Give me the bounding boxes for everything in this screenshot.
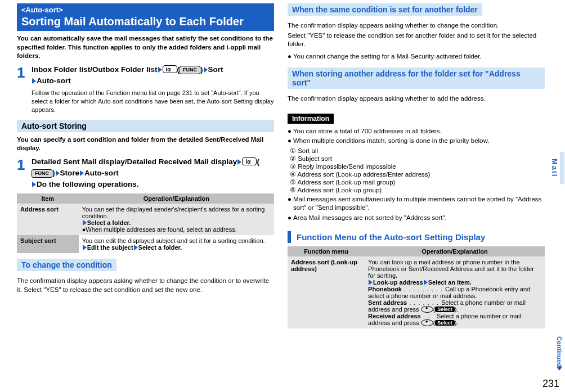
leader-dots: . . . <box>421 313 437 319</box>
item-cell: Address sort (Look-up address) <box>288 256 365 328</box>
list-item: ③ Reply impossible/Send impossible <box>290 163 545 170</box>
text: Address sort (Look-up mail group) <box>298 179 396 186</box>
step-body: Inbox Folder list/Outbox Folder list(FUN… <box>32 64 274 114</box>
arrow-icon <box>32 182 36 187</box>
same-body-2: Select "YES" to release the condition se… <box>288 31 545 49</box>
step-number: 1 <box>17 156 32 191</box>
text: Area Mail messages are not sorted by "Ad… <box>293 214 447 223</box>
text: Address sort (Look-up address/Enter addr… <box>298 171 431 178</box>
step-number: 1 <box>17 64 32 114</box>
bullet-dot: ● <box>288 137 293 146</box>
text: You can set the displayed sender's/recip… <box>82 206 265 219</box>
list-item: ② Subject sort <box>290 155 545 163</box>
arrow-icon <box>83 245 87 250</box>
circled-number-icon: ③ <box>290 163 296 170</box>
arrow-icon <box>424 280 428 285</box>
label: Phonebook <box>368 286 402 292</box>
continued-indicator: Continued <box>556 336 563 372</box>
step-note: Follow the operation of the Function men… <box>32 89 274 114</box>
table-header-row: Function menu Operation/Explanation <box>288 246 545 256</box>
circled-number-icon: ⑤ <box>290 178 296 186</box>
change-condition-heading: To change the condition <box>17 259 116 271</box>
select-button-icon: Select <box>435 307 455 312</box>
func-button-icon: FUNC <box>32 169 52 178</box>
list-item: ① Sort all <box>290 147 545 155</box>
action-text: Select a folder. <box>138 244 182 251</box>
down-triangle-icon <box>557 367 562 371</box>
circled-number-icon: ④ <box>290 170 296 178</box>
step-heading: Detailed Sent Mail display/Detailed Rece… <box>32 156 274 191</box>
bullet-row: ●You can store a total of 700 addresses … <box>288 127 545 136</box>
arrow-icon <box>158 67 162 73</box>
label: Sent address <box>368 299 407 306</box>
col-operation: Operation/Explanation <box>79 193 274 204</box>
side-tab-mail: Mail <box>549 152 564 184</box>
arrow-icon <box>204 67 208 73</box>
step2-part-d: Do the following operations. <box>37 180 139 188</box>
information-heading: Information <box>288 114 334 124</box>
bullet-row: ● You cannot change the setting for a Ma… <box>288 52 545 61</box>
bullet-row: ●When multiple conditions match, sorting… <box>288 137 545 146</box>
action-text: Select a folder. <box>87 219 131 226</box>
center-key-icon <box>421 319 433 326</box>
circled-number-icon: ② <box>290 155 296 163</box>
bullet-row: ●Area Mail messages are not sorted by "A… <box>288 214 545 223</box>
step2-part-c: Auto-sort <box>84 169 119 177</box>
section-header: <Auto-sort> Sorting Mail Automatically t… <box>17 3 274 31</box>
step1-part-c: Auto-sort <box>37 76 71 85</box>
text: You can store a total of 700 addresses i… <box>293 127 442 136</box>
text: Reply impossible/Send impossible <box>298 163 396 170</box>
op-cell: You can look up a mail address or phone … <box>365 256 545 328</box>
list-item: ⑥ Address sort (Look-up group) <box>290 186 545 194</box>
table-row: Subject sort You can edit the displayed … <box>17 235 274 253</box>
bullet-dot: ● <box>288 195 293 213</box>
step-1b: 1 Detailed Sent Mail display/Detailed Re… <box>17 156 274 191</box>
page-container: <Auto-sort> Sorting Mail Automatically t… <box>0 0 565 328</box>
priority-list: ① Sort all ② Subject sort ③ Reply imposs… <box>290 147 545 194</box>
func-button-icon: FUNC <box>180 66 200 75</box>
step-1: 1 Inbox Folder list/Outbox Folder list(F… <box>17 64 274 114</box>
table-header-row: Item Operation/Explanation <box>17 193 274 204</box>
arrow-icon <box>369 280 373 285</box>
autosort-storing-heading: Auto-sort Storing <box>17 120 274 132</box>
step-body: Detailed Sent Mail display/Detailed Rece… <box>32 156 274 191</box>
same-body-1: The confirmation display appears asking … <box>288 21 545 30</box>
arrow-icon <box>56 170 60 176</box>
section-pre: <Auto-sort> <box>21 6 270 14</box>
list-item: ⑤ Address sort (Look-up mail group) <box>290 178 545 186</box>
list-item: ④ Address sort (Look-up address/Enter ad… <box>290 170 545 178</box>
table-row: Address sort (Look-up address) You can l… <box>288 256 545 328</box>
page-number: 231 <box>542 378 559 390</box>
col-operation: Operation/Explanation <box>365 246 545 256</box>
step2-part-a: Detailed Sent Mail display/Detailed Rece… <box>32 157 237 166</box>
text: When multiple addresses are found, selec… <box>86 226 236 233</box>
arrow-icon <box>32 78 36 84</box>
arrow-icon <box>80 170 84 176</box>
change-condition-body: The confirmation display appears asking … <box>17 277 274 294</box>
text: You can look up a mail address or phone … <box>368 259 534 279</box>
table-row: Address sort You can set the displayed s… <box>17 204 274 235</box>
bullet-dot: ● <box>288 127 293 136</box>
same-body-3: You cannot change the setting for a Mail… <box>293 52 482 61</box>
label: Received address <box>368 313 421 319</box>
step-heading: Inbox Folder list/Outbox Folder list(FUN… <box>32 64 274 87</box>
right-column: When the same condition is set for anoth… <box>288 3 545 328</box>
text: Mail messages sent simultaneously to mul… <box>293 195 545 213</box>
continued-text: Continued <box>556 336 563 367</box>
step1-part-a: Inbox Folder list/Outbox Folder list <box>32 65 158 74</box>
circled-number-icon: ⑥ <box>290 186 296 194</box>
text: Sort all <box>298 147 318 154</box>
center-key-icon <box>421 306 433 313</box>
intro-paragraph: You can automatically save the mail mess… <box>17 34 274 61</box>
action-text: Look-up address <box>373 279 423 286</box>
op-cell: You can edit the displayed subject and s… <box>79 235 274 253</box>
operation-table-right: Function menu Operation/Explanation Addr… <box>288 246 545 328</box>
text: Address sort (Look-up group) <box>298 187 382 193</box>
bullet-dot: ● <box>288 214 293 223</box>
text: Subject sort <box>298 155 332 162</box>
select-button-icon: Select <box>435 320 455 326</box>
autosort-intro: You can specify a sort condition and fol… <box>17 136 274 153</box>
leader-dots: . . . . . . . . . <box>402 286 445 292</box>
bullet-dot: ● <box>288 52 293 61</box>
circled-number-icon: ① <box>290 147 296 155</box>
